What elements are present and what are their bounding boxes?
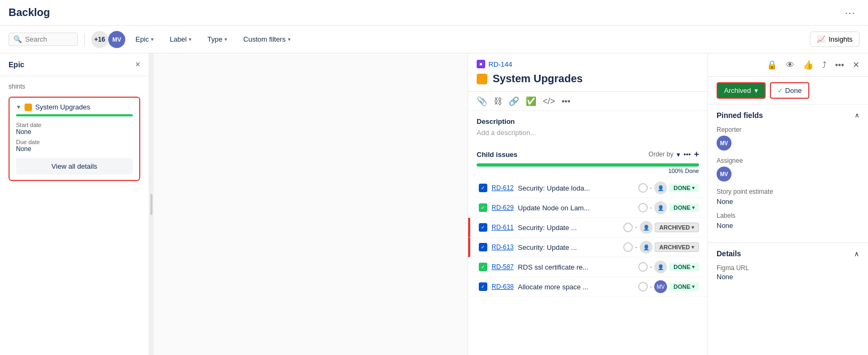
status-badge[interactable]: ARCHIVED ▾	[655, 242, 699, 252]
child-issue-id[interactable]: RD-629	[492, 204, 513, 211]
child-issue-checkbox[interactable]: ✓	[479, 243, 487, 251]
description-section: Description Add a description...	[468, 111, 708, 143]
view-all-details-button[interactable]: View all details	[16, 158, 133, 175]
child-issue-controls: - 👤 DONE ▾	[638, 201, 699, 214]
child-issue-id[interactable]: RD-638	[492, 283, 513, 290]
child-issue-checkbox[interactable]: ✓	[479, 223, 487, 232]
code-icon[interactable]: </>	[543, 97, 555, 106]
epic-item-name: System Upgrades	[35, 103, 90, 111]
add-child-issue-button[interactable]: +	[694, 149, 699, 159]
insights-button[interactable]: 📈 Insights	[810, 31, 859, 47]
done-button[interactable]: ✓ Done	[770, 82, 809, 99]
child-issue-minus[interactable]: -	[635, 243, 638, 251]
reporter-avatar[interactable]: MV	[717, 136, 732, 151]
insights-chart-icon: 📈	[817, 35, 825, 43]
child-issue-circle[interactable]	[623, 242, 633, 252]
checkmark-icon: ✓	[481, 244, 485, 250]
main-content: Epic × shints ▼ System Upgrades Start da…	[0, 53, 868, 355]
toolbar: 🔍 +16 MV Epic ▾ Label ▾ Type ▾ Custom fi…	[0, 26, 868, 53]
avatar-current-user[interactable]: MV	[108, 31, 125, 48]
label-filter-button[interactable]: Label ▾	[164, 33, 197, 46]
status-badge[interactable]: DONE ▾	[669, 184, 699, 192]
share-icon[interactable]: ⤴	[820, 58, 829, 72]
lock-icon[interactable]: 🔒	[765, 58, 779, 72]
child-issue-checkbox[interactable]: ✓	[479, 263, 487, 271]
chevron-down-icon: ▾	[224, 36, 227, 42]
link-icon[interactable]: 🔗	[509, 96, 519, 106]
checkmark-icon: ✓	[481, 225, 485, 230]
reporter-field: Reporter MV	[717, 126, 859, 151]
right-sidebar: 🔒 👁 👍 ⤴ ••• ✕ Archived ▾ ✓ Done Pinned f…	[708, 53, 868, 355]
child-issue-minus[interactable]: -	[650, 203, 653, 212]
issue-id[interactable]: RD-144	[488, 60, 512, 68]
child-issue-checkbox[interactable]: ✓	[479, 184, 487, 192]
status-badge[interactable]: DONE ▾	[669, 282, 699, 291]
close-sidebar-button[interactable]: ✕	[850, 58, 862, 72]
hierarchy-icon[interactable]: ⛓	[494, 97, 502, 106]
status-badge[interactable]: ARCHIVED ▾	[655, 223, 699, 232]
epic-filter-button[interactable]: Epic ▾	[130, 33, 159, 46]
child-issues-title: Child issues	[477, 151, 518, 159]
child-issue-minus[interactable]: -	[650, 263, 653, 271]
search-input[interactable]	[25, 35, 68, 43]
child-issue-title: Security: Update loda...	[518, 184, 633, 192]
type-filter-button[interactable]: Type ▾	[202, 33, 233, 46]
order-by-chevron-icon[interactable]: ▾	[677, 151, 680, 159]
sidebar-more-icon[interactable]: •••	[833, 58, 846, 72]
child-issue-circle[interactable]	[638, 203, 648, 212]
child-issue-id[interactable]: RD-611	[492, 224, 513, 231]
pinned-fields-title: Pinned fields	[717, 111, 763, 120]
child-issue-checkbox[interactable]: ✓	[479, 203, 487, 212]
child-issue-minus[interactable]: -	[650, 184, 653, 192]
details-collapse-button[interactable]: ∧	[854, 250, 859, 258]
more-icon[interactable]: •••	[561, 97, 570, 106]
search-box[interactable]: 🔍	[9, 33, 78, 46]
child-issue-circle[interactable]	[623, 223, 633, 232]
custom-filters-button[interactable]: Custom filters ▾	[237, 33, 296, 46]
checkmark-icon: ✓	[481, 205, 485, 210]
sidebar-top-bar: 🔒 👁 👍 ⤴ ••• ✕	[708, 53, 868, 77]
child-issue-circle[interactable]	[638, 262, 648, 272]
child-issue-id[interactable]: RD-612	[492, 184, 513, 192]
check-circle-icon[interactable]: ✅	[526, 96, 536, 106]
pinned-fields-section: Pinned fields ∧ Reporter MV Assignee MV …	[708, 105, 868, 242]
panel-divider[interactable]	[149, 53, 154, 355]
epic-panel-close-button[interactable]: ×	[135, 60, 140, 69]
details-header: Details ∧	[717, 249, 859, 258]
child-issue-minus[interactable]: -	[650, 282, 653, 291]
details-title: Details	[717, 249, 741, 258]
child-issue-id[interactable]: RD-587	[492, 263, 513, 271]
child-issue-title: Security: Update ...	[518, 224, 619, 232]
avatar-count[interactable]: +16	[91, 31, 108, 48]
epic-panel-title: Epic	[9, 60, 25, 69]
checkmark-icon: ✓	[481, 284, 485, 289]
child-issues-header: Child issues Order by ▾ ••• +	[468, 145, 708, 163]
toolbar-divider	[84, 33, 85, 46]
center-panel	[154, 53, 468, 355]
chevron-down-icon: ▾	[151, 36, 154, 42]
status-badge[interactable]: DONE ▾	[669, 203, 699, 212]
child-issue-row: ✓ RD-613 Security: Update ... - 👤 ARCHIV…	[468, 238, 708, 257]
assignee-avatar[interactable]: MV	[717, 167, 732, 182]
assignee-field: Assignee MV	[717, 157, 859, 182]
eye-icon[interactable]: 👁	[784, 58, 797, 72]
progress-label: 100% Done	[477, 168, 699, 174]
status-chevron-icon: ▾	[692, 244, 694, 250]
child-issue-checkbox[interactable]: ✓	[479, 282, 487, 291]
status-badge[interactable]: DONE ▾	[669, 263, 699, 271]
thumbs-up-icon[interactable]: 👍	[801, 58, 816, 72]
epic-panel-content: shints ▼ System Upgrades Start date None…	[0, 76, 149, 190]
child-issue-id[interactable]: RD-613	[492, 243, 513, 251]
child-issue-circle[interactable]	[638, 183, 648, 193]
child-issue-minus[interactable]: -	[635, 223, 638, 232]
epic-item-system-upgrades[interactable]: ▼ System Upgrades Start date None Due da…	[9, 97, 140, 181]
pinned-fields-collapse-button[interactable]: ∧	[855, 112, 859, 119]
archived-button[interactable]: Archived ▾	[717, 82, 766, 99]
checkmark-icon: ✓	[481, 185, 485, 191]
child-issues-more-icon[interactable]: •••	[684, 151, 691, 159]
more-options-button[interactable]: ⋯	[840, 4, 859, 21]
attach-icon[interactable]: 📎	[477, 96, 487, 106]
child-issue-circle[interactable]	[638, 282, 648, 291]
child-issue-title: RDS ssl certificate re...	[518, 263, 633, 271]
avatar-stack: +16 MV	[91, 31, 125, 48]
